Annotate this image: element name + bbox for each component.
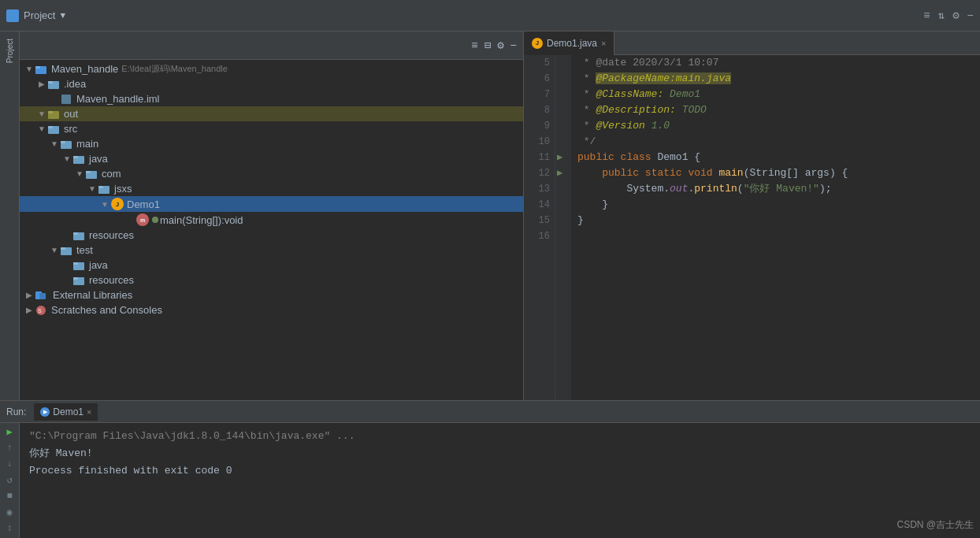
run-arrow-12[interactable]: ▶ [557, 165, 562, 181]
run-rerun-icon[interactable]: ↺ [2, 474, 17, 486]
csdn-watermark: CSDN @吉士先生 [896, 518, 974, 532]
run-output: "C:\Program Files\Java\jdk1.8.0_144\bin\… [20, 423, 980, 538]
code-line-7: * @ClassName: Demo1 [577, 87, 974, 102]
editor-panel: J Demo1.java × 5 6 7 8 9 10 11 12 13 14 … [524, 32, 980, 400]
tree-main-method[interactable]: m main(String[]):void [20, 212, 523, 228]
collapse-all-icon[interactable]: ⊟ [484, 39, 491, 52]
svg-rect-16 [98, 186, 103, 188]
tree-jsxs[interactable]: ▼ jsxs [20, 181, 523, 196]
run-play-icon[interactable]: ▶ [2, 426, 17, 438]
external-libs-icon [35, 290, 50, 301]
svg-rect-22 [73, 262, 78, 265]
svg-rect-24 [73, 277, 78, 280]
run-label: Run: [6, 406, 26, 417]
java-test-folder-icon [73, 260, 86, 271]
file-tree: ▼ Maven_handle E:\Ideal源码\Maven_handle ▶… [20, 60, 523, 400]
svg-rect-18 [73, 232, 78, 235]
run-tab-close[interactable]: × [87, 407, 91, 417]
settings-icon[interactable]: ⚙ [952, 9, 959, 22]
resources-test-label: resources [89, 274, 134, 286]
main-label: main [76, 138, 98, 150]
left-icon-strip: Project [0, 32, 20, 400]
jsxs-label: jsxs [114, 183, 132, 195]
svg-rect-10 [61, 141, 65, 143]
project-side-label[interactable]: Project [4, 35, 16, 66]
tree-java-dir[interactable]: ▼ java [20, 151, 523, 166]
demo1-tab[interactable]: J Demo1.java × [524, 32, 614, 55]
tree-iml[interactable]: Maven_handle.iml [20, 91, 523, 106]
code-editor[interactable]: 5 6 7 8 9 10 11 12 13 14 15 16 ▶ ▶ * @da… [524, 55, 980, 400]
test-arrow: ▼ [48, 246, 61, 254]
gear-icon[interactable]: ⚙ [497, 39, 503, 52]
tree-external-libs[interactable]: ▶ External Libraries [20, 288, 523, 302]
resources-test-folder-icon [73, 275, 86, 286]
code-line-6: * @PackageName:main.java [577, 71, 974, 87]
svg-rect-1 [35, 66, 40, 69]
svg-rect-20 [61, 247, 65, 250]
minimize-icon[interactable]: − [967, 9, 974, 22]
code-line-9: * @Version 1.0 [577, 118, 974, 134]
com-arrow: ▼ [73, 169, 86, 178]
run-down-icon[interactable]: ↓ [2, 458, 17, 469]
code-content[interactable]: * @date 2020/3/1 10:07 * @PackageName:ma… [571, 55, 980, 400]
run-up-icon[interactable]: ↑ [2, 443, 17, 454]
root-folder-icon [35, 64, 48, 75]
scratches-icon: S [35, 305, 48, 316]
tree-idea[interactable]: ▶ .idea [20, 76, 523, 91]
src-folder-icon [48, 124, 61, 135]
run-arrow-11[interactable]: ▶ [557, 150, 562, 165]
out-folder-icon [48, 109, 61, 120]
svg-rect-4 [61, 95, 71, 104]
tree-demo1[interactable]: ▼ J Demo1 [20, 196, 523, 212]
collapse-icon[interactable]: ⇅ [938, 9, 945, 22]
tree-resources-test[interactable]: resources [20, 273, 523, 288]
tree-root[interactable]: ▼ Maven_handle E:\Ideal源码\Maven_handle [20, 61, 523, 76]
code-line-13: System.out.println("你好 Maven!"); [577, 181, 974, 197]
tree-scratches[interactable]: ▶ S Scratches and Consoles [20, 302, 523, 317]
out-arrow: ▼ [35, 109, 48, 118]
tree-main[interactable]: ▼ main [20, 136, 523, 151]
run-camera-icon[interactable]: ◉ [2, 506, 17, 518]
tree-java-test[interactable]: java [20, 258, 523, 273]
root-label: Maven_handle [51, 63, 118, 75]
project-label[interactable]: Project [24, 9, 55, 21]
iml-label: Maven_handle.iml [76, 93, 160, 105]
src-label: src [64, 123, 77, 135]
project-header: ≡ ⊟ ⚙ − [20, 32, 523, 60]
run-pin-icon[interactable]: ↕ [2, 523, 17, 534]
tree-test[interactable]: ▼ test [20, 243, 523, 258]
java-dir-label: java [89, 153, 108, 165]
code-line-8: * @Description: TODO [577, 102, 974, 118]
close-panel-icon[interactable]: − [510, 39, 517, 52]
top-bar: Project ▼ ≡ ⇅ ⚙ − [0, 0, 980, 32]
scratches-arrow: ▶ [23, 306, 35, 314]
run-tab[interactable]: ▶ Demo1 × [34, 403, 98, 421]
code-line-12: public static void main(String[] args) { [577, 165, 974, 181]
tree-com[interactable]: ▼ com [20, 166, 523, 181]
svg-rect-12 [73, 156, 78, 158]
top-bar-icons: ≡ ⇅ ⚙ − [923, 9, 974, 22]
svg-rect-3 [48, 81, 53, 83]
tree-out[interactable]: ▼ out [20, 106, 523, 121]
project-chevron[interactable]: ▼ [60, 11, 65, 20]
top-bar-left: Project ▼ [6, 9, 923, 22]
run-cmd-line: "C:\Program Files\Java\jdk1.8.0_144\bin\… [29, 428, 971, 445]
sort-icon[interactable]: ≡ [923, 9, 930, 22]
run-stop-icon[interactable]: ■ [2, 491, 17, 502]
iml-file-icon [61, 94, 73, 105]
run-tab-name: Demo1 [53, 406, 84, 417]
root-path: E:\Ideal源码\Maven_handle [121, 63, 228, 75]
code-line-16 [577, 228, 974, 244]
project-header-icons: ≡ ⊟ ⚙ − [471, 39, 517, 52]
demo1-label: Demo1 [127, 199, 160, 210]
svg-rect-6 [48, 111, 53, 113]
tree-src[interactable]: ▼ src [20, 121, 523, 136]
flatten-icon[interactable]: ≡ [471, 39, 477, 52]
external-libs-label: External Libraries [53, 289, 132, 301]
idea-label: .idea [64, 78, 86, 90]
com-folder-icon [86, 169, 98, 180]
tree-resources-main[interactable]: resources [20, 228, 523, 243]
tab-close-button[interactable]: × [601, 39, 606, 48]
project-icon [6, 9, 19, 22]
root-arrow: ▼ [23, 65, 35, 73]
